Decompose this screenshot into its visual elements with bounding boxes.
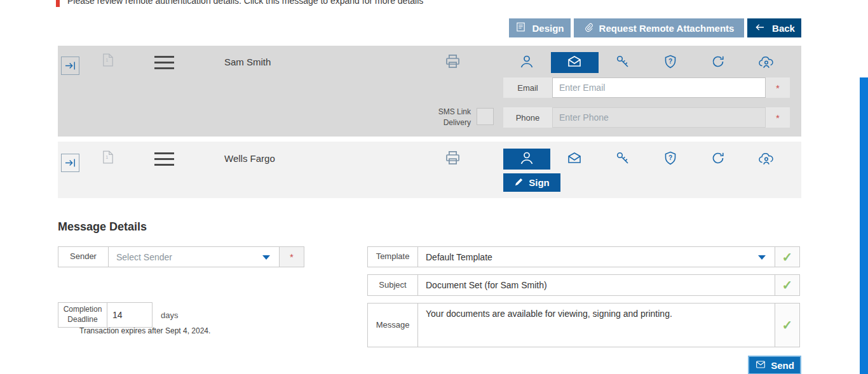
sync-icon — [710, 54, 726, 72]
email-icon — [566, 150, 583, 168]
sender-field-row: Sender Select Sender * — [58, 246, 304, 267]
message-textarea[interactable]: Your documents are available for viewing… — [417, 303, 775, 347]
sender-dropdown[interactable]: Select Sender — [108, 246, 280, 267]
recipient-row-wells-fargo: 1 Wells Fargo ? — [58, 142, 801, 198]
send-button[interactable]: Send — [748, 356, 801, 374]
sender-dropdown-value: Select Sender — [116, 252, 172, 262]
person-icon — [519, 54, 534, 72]
message-details-heading: Message Details — [58, 220, 147, 234]
phone-input[interactable] — [552, 107, 766, 128]
dropdown-caret-icon — [758, 255, 766, 260]
person-icon — [519, 150, 534, 168]
paperclip-icon — [584, 22, 593, 35]
auth-person-tile[interactable] — [503, 149, 550, 170]
pen-icon — [514, 177, 524, 189]
send-button-label: Send — [771, 360, 794, 371]
auth-person-tile[interactable] — [503, 52, 550, 73]
assign-arrow-icon[interactable] — [61, 57, 79, 75]
subject-input-value: Document Set (for Sam Smith) — [426, 280, 547, 290]
auth-sync-tile[interactable] — [695, 149, 742, 170]
svg-text:?: ? — [668, 154, 672, 161]
template-label: Template — [367, 246, 418, 267]
completion-deadline-row: Completion Deadline days — [58, 302, 178, 328]
template-dropdown-value: Default Template — [426, 252, 492, 262]
message-check: ✓ — [775, 303, 800, 347]
email-field-row: Email * — [503, 77, 790, 98]
sign-button-label: Sign — [529, 177, 550, 188]
auth-method-strip: ? — [503, 52, 790, 73]
sms-link-delivery-checkbox[interactable] — [477, 108, 494, 125]
completion-deadline-label: Completion Deadline — [58, 302, 107, 328]
request-remote-attachments-button[interactable]: Request Remote Attachments — [574, 18, 744, 37]
subject-input[interactable]: Document Set (for Sam Smith) — [417, 274, 775, 296]
warning-banner[interactable]: Please review remote authentication deta… — [56, 0, 801, 7]
auth-remote-id-tile[interactable] — [743, 149, 790, 170]
auth-key-tile[interactable] — [599, 52, 646, 73]
sms-link-delivery-label: SMS Link Delivery — [431, 107, 471, 129]
auth-qa-tile[interactable]: ? — [647, 149, 694, 170]
subject-label: Subject — [367, 274, 418, 296]
back-button-label: Back — [772, 23, 795, 34]
svg-text:?: ? — [668, 57, 672, 64]
printer-icon[interactable] — [444, 149, 461, 169]
recipient-row-sam-smith: 1 Sam Smith ? — [58, 46, 801, 137]
sender-required-marker: * — [279, 246, 304, 267]
back-arrow-icon — [754, 22, 766, 34]
qa-shield-icon: ? — [663, 150, 678, 168]
request-remote-attachments-label: Request Remote Attachments — [599, 23, 735, 34]
email-input[interactable] — [552, 77, 766, 98]
document-icon: 1 — [102, 53, 114, 70]
template-check: ✓ — [775, 246, 800, 267]
design-button-label: Design — [532, 23, 564, 34]
subject-field-row: Subject Document Set (for Sam Smith) ✓ — [367, 274, 800, 296]
message-textarea-value: Your documents are available for viewing… — [426, 309, 672, 319]
drag-handle-icon[interactable] — [154, 56, 174, 73]
recipient-name: Sam Smith — [224, 57, 271, 67]
email-icon — [566, 54, 583, 72]
key-icon — [615, 54, 630, 72]
vertical-scrollbar-thumb[interactable] — [860, 77, 868, 374]
template-field-row: Template Default Template ✓ — [367, 246, 800, 267]
completion-deadline-input[interactable] — [107, 302, 153, 328]
auth-qa-tile[interactable]: ? — [647, 52, 694, 73]
sync-icon — [710, 150, 726, 168]
cloud-person-icon — [758, 54, 775, 72]
message-label: Message — [367, 303, 418, 347]
warning-accent-bar — [56, 0, 60, 7]
auth-remote-id-tile[interactable] — [743, 52, 790, 73]
design-button[interactable]: Design — [509, 18, 571, 37]
phone-label: Phone — [503, 107, 552, 128]
auth-key-tile[interactable] — [599, 149, 646, 170]
sender-label: Sender — [58, 246, 109, 267]
phone-field-row: Phone * — [503, 107, 790, 128]
printer-icon[interactable] — [444, 53, 461, 72]
template-dropdown[interactable]: Default Template — [417, 246, 775, 267]
send-envelope-icon — [755, 359, 766, 371]
email-required-marker: * — [766, 77, 790, 98]
svg-text:1: 1 — [105, 57, 108, 63]
back-button[interactable]: Back — [747, 18, 801, 37]
assign-arrow-icon[interactable] — [61, 154, 79, 172]
phone-required-marker: * — [766, 107, 790, 128]
toolbar: Design Request Remote Attachments Back — [509, 18, 801, 37]
drag-handle-icon[interactable] — [154, 152, 174, 170]
send-transaction-page: Please review remote authentication deta… — [0, 0, 868, 374]
key-icon — [615, 150, 630, 168]
qa-shield-icon: ? — [663, 54, 678, 72]
sign-button[interactable]: Sign — [503, 173, 560, 192]
message-field-row: Message Your documents are available for… — [367, 303, 800, 347]
auth-method-strip: ? — [503, 149, 790, 170]
email-label: Email — [503, 77, 552, 98]
auth-sync-tile[interactable] — [695, 52, 742, 73]
transaction-expiry-note: Transaction expires after Sept 4, 2024. — [79, 326, 210, 335]
dropdown-caret-icon — [262, 255, 270, 260]
design-doc-icon — [515, 22, 526, 34]
subject-check: ✓ — [775, 274, 800, 296]
svg-text:1: 1 — [105, 154, 108, 160]
deadline-unit-label: days — [161, 311, 178, 320]
auth-email-tile[interactable] — [551, 149, 598, 170]
warning-banner-text: Please review remote authentication deta… — [67, 0, 423, 6]
document-icon: 1 — [102, 150, 114, 167]
cloud-person-icon — [758, 150, 775, 168]
auth-email-tile[interactable] — [551, 52, 598, 73]
